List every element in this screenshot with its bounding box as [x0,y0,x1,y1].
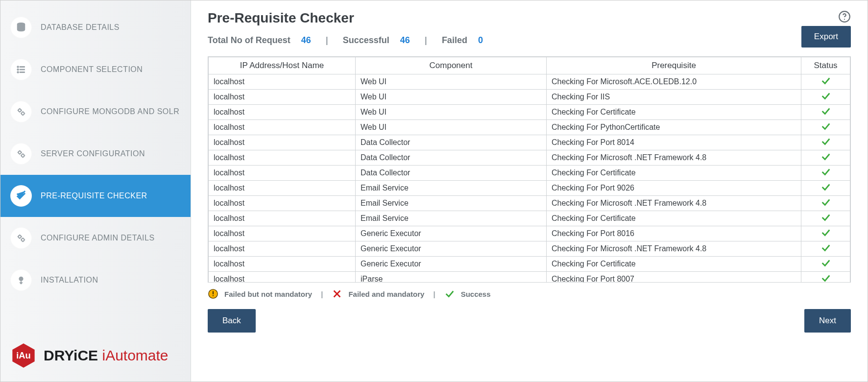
cell-host: localhost [209,120,356,135]
next-button[interactable]: Next [804,309,851,333]
cell-host: localhost [209,166,356,181]
table-row[interactable]: localhostGeneric ExecutorChecking For Po… [209,226,850,241]
check-icon [10,185,32,207]
cell-host: localhost [209,135,356,150]
sidebar-item-configure-mongodb-and-solr[interactable]: CONFIGURE MONGODB AND SOLR [0,91,191,133]
cell-component: Email Service [356,211,547,226]
cell-prereq: Checking For Certificate [547,257,801,272]
sidebar-item-label: COMPONENT SELECTION [41,65,143,74]
svg-point-5 [17,72,19,73]
legend-ok-label: Success [461,290,491,298]
sidebar-item-configure-admin-details[interactable]: CONFIGURE ADMIN DETAILS [0,217,191,259]
cell-prereq: Checking For Microsoft.ACE.OLEDB.12.0 [547,74,801,90]
table-row[interactable]: localhostGeneric ExecutorChecking For Mi… [209,241,850,257]
success-icon [820,155,831,164]
svg-point-3 [17,69,19,71]
legend-fail-label: Failed and mandatory [348,290,424,298]
sidebar-item-label: CONFIGURE MONGODB AND SOLR [41,107,179,116]
cell-host: localhost [209,226,356,241]
cell-host: localhost [209,196,356,211]
sidebar-item-label: CONFIGURE ADMIN DETAILS [41,234,155,242]
summary-row: Total No of Request 46 | Successful 46 |… [208,26,851,48]
col-header[interactable]: Component [356,57,547,74]
cell-component: Generic Executor [356,241,547,257]
cell-host: localhost [209,181,356,196]
sidebar-item-component-selection[interactable]: COMPONENT SELECTION [0,48,191,91]
success-icon [820,125,831,133]
cell-status [801,74,850,90]
sidebar-item-pre-requisite-checker[interactable]: PRE-REQUISITE CHECKER [0,175,191,217]
table-row[interactable]: localhostGeneric ExecutorChecking For Ce… [209,257,850,272]
failed-label: Failed [442,35,467,46]
success-icon [820,79,831,88]
cell-prereq: Checking For Microsoft .NET Framework 4.… [547,196,801,211]
success-icon [820,110,831,118]
cell-prereq: Checking For Port 8007 [547,272,801,283]
svg-text:iAu: iAu [16,350,31,360]
success-icon [444,288,455,299]
table-row[interactable]: localhostEmail ServiceChecking For Micro… [209,196,850,211]
sidebar-item-installation[interactable]: INSTALLATION [0,259,191,301]
success-icon [820,216,831,224]
svg-point-11 [19,236,22,239]
list-icon [10,59,32,80]
brand-name-2: iAutomate [102,347,168,363]
cell-prereq: Checking For Certificate [547,211,801,226]
cell-component: Web UI [356,105,547,120]
table-row[interactable]: localhostEmail ServiceChecking For Certi… [209,211,850,226]
fail-icon [332,288,342,299]
cell-prereq: Checking For Port 9026 [547,181,801,196]
cell-prereq: Checking For IIS [547,90,801,105]
title-row: Pre-Requisite Checker [208,10,851,26]
cell-host: localhost [209,74,356,90]
help-icon[interactable] [838,10,851,25]
table-row[interactable]: localhostWeb UIChecking For Microsoft.AC… [209,74,850,90]
col-header[interactable]: Status [801,57,850,74]
table-row[interactable]: localhostWeb UIChecking For IIS [209,90,850,105]
cell-status [801,211,850,226]
cell-component: Email Service [356,181,547,196]
col-header[interactable]: IP Address/Host Name [209,57,356,74]
success-icon [820,262,831,270]
export-button[interactable]: Export [801,26,851,48]
table-row[interactable]: localhostiParseChecking For Port 8007 [209,272,850,283]
cell-host: localhost [209,241,356,257]
cell-component: Web UI [356,90,547,105]
cell-component: Web UI [356,120,547,135]
table-row[interactable]: localhostEmail ServiceChecking For Port … [209,181,850,196]
brand: iAu DRYiCE iAutomate [0,337,191,382]
cell-host: localhost [209,211,356,226]
sidebar-item-server-configuration[interactable]: SERVER CONFIGURATION [0,133,191,175]
total-label: Total No of Request [208,35,290,46]
total-value: 46 [301,35,311,46]
results-table-scroll[interactable]: IP Address/Host NameComponentPrerequisit… [208,57,850,282]
cell-component: Data Collector [356,150,547,166]
cell-status [801,135,850,150]
cell-status [801,90,850,105]
cell-status [801,257,850,272]
sidebar-item-database-details[interactable]: DATABASE DETAILS [0,6,191,48]
sidebar-item-label: INSTALLATION [41,276,98,285]
sidebar-item-label: PRE-REQUISITE CHECKER [41,191,147,200]
table-row[interactable]: localhostData CollectorChecking For Port… [209,135,850,150]
table-row[interactable]: localhostData CollectorChecking For Micr… [209,150,850,166]
cell-status [801,196,850,211]
table-row[interactable]: localhostWeb UIChecking For Certificate [209,105,850,120]
database-icon [10,17,32,38]
table-row[interactable]: localhostData CollectorChecking For Cert… [209,166,850,181]
status-legend: Failed but not mandatory | Failed and ma… [208,288,851,299]
install-icon [10,269,32,291]
cell-prereq: Checking For Microsoft .NET Framework 4.… [547,150,801,166]
summary-stats: Total No of Request 46 | Successful 46 |… [208,35,483,46]
success-icon [820,277,831,282]
table-row[interactable]: localhostWeb UIChecking For PythonCertif… [209,120,850,135]
back-button[interactable]: Back [208,309,256,333]
col-header[interactable]: Prerequisite [547,57,801,74]
svg-rect-4 [20,69,24,70]
brand-text: DRYiCE iAutomate [44,347,169,364]
svg-rect-19 [213,291,214,294]
success-icon [820,95,831,103]
cell-host: localhost [209,90,356,105]
cell-prereq: Checking For Port 8016 [547,226,801,241]
success-label: Successful [343,35,389,46]
